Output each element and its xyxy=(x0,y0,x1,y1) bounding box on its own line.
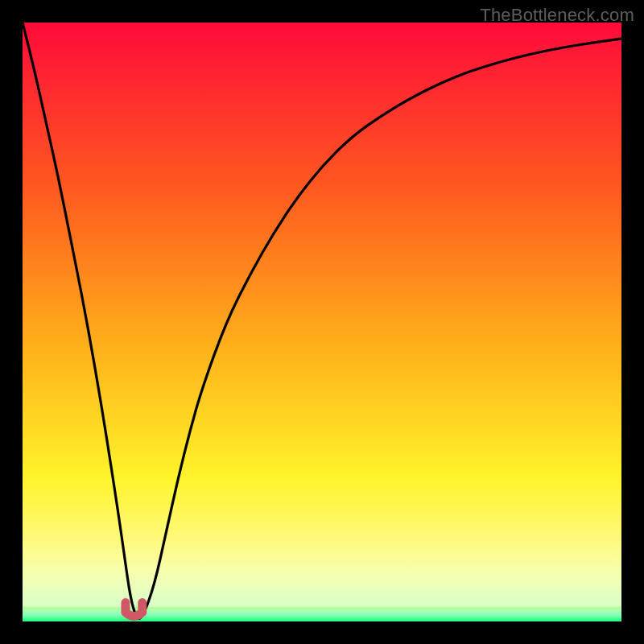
chart-frame xyxy=(23,23,621,621)
bottleneck-chart xyxy=(23,23,621,621)
gradient-background xyxy=(23,23,621,621)
